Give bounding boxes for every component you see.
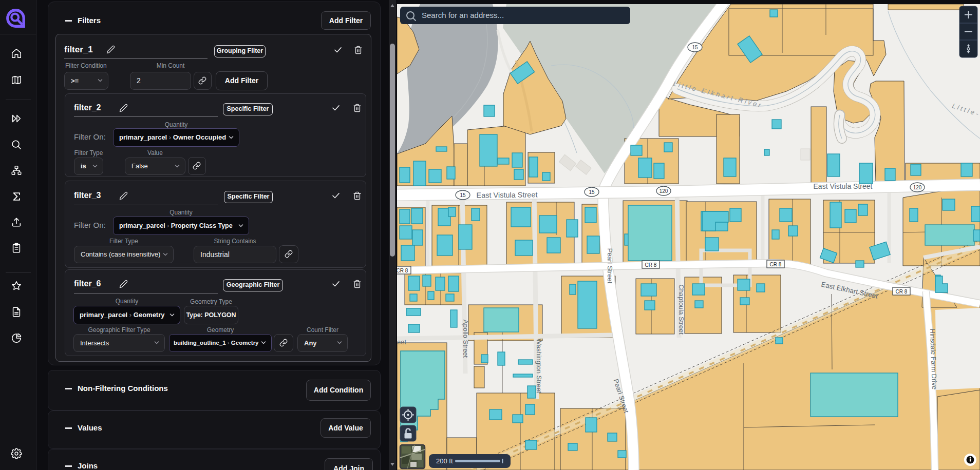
svg-text:East Vistula Street: East Vistula Street xyxy=(814,182,873,190)
svg-text:15: 15 xyxy=(460,192,466,198)
svg-text:CR 8: CR 8 xyxy=(896,289,908,295)
svg-text:Pearl Street: Pearl Street xyxy=(606,248,614,284)
svg-text:Apollo Street: Apollo Street xyxy=(462,320,469,358)
svg-text:treet: treet xyxy=(397,338,406,346)
svg-text:15: 15 xyxy=(589,189,595,195)
svg-text:Search for an address...: Search for an address... xyxy=(422,11,504,19)
svg-text:120: 120 xyxy=(659,188,668,194)
svg-text:200 ft: 200 ft xyxy=(436,457,453,465)
svg-text:120: 120 xyxy=(913,185,922,190)
svg-text:Washington Street: Washington Street xyxy=(535,339,543,394)
svg-text:East Vistula Street: East Vistula Street xyxy=(476,190,537,199)
svg-text:CR 8: CR 8 xyxy=(645,262,657,268)
svg-text:CR 8: CR 8 xyxy=(770,262,782,267)
svg-text:Chaptoula Street: Chaptoula Street xyxy=(677,284,685,335)
svg-text:CR 8: CR 8 xyxy=(397,268,408,273)
svg-text:15: 15 xyxy=(692,45,698,50)
